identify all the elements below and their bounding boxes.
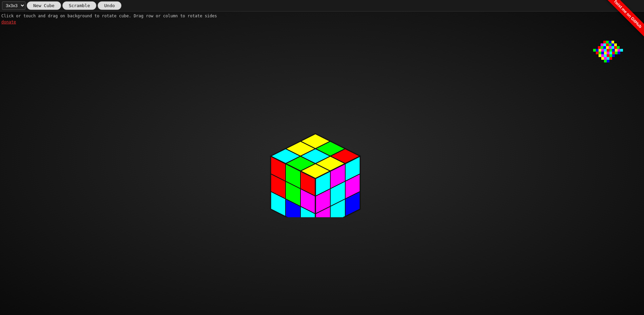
- donate-link[interactable]: donate: [0, 19, 644, 25]
- svg-rect-29: [596, 52, 599, 54]
- svg-rect-0: [603, 41, 606, 43]
- new-cube-button[interactable]: New Cube: [27, 1, 61, 10]
- svg-rect-1: [606, 41, 609, 43]
- svg-rect-13: [606, 46, 609, 49]
- svg-rect-34: [609, 52, 612, 54]
- svg-rect-49: [607, 60, 609, 62]
- undo-button[interactable]: Undo: [98, 1, 121, 10]
- svg-rect-8: [611, 43, 614, 46]
- svg-rect-17: [617, 46, 620, 49]
- svg-rect-5: [603, 43, 606, 46]
- svg-rect-30: [599, 52, 601, 54]
- svg-rect-32: [604, 52, 607, 54]
- svg-rect-46: [607, 57, 609, 60]
- svg-rect-43: [612, 54, 615, 57]
- svg-rect-42: [609, 54, 612, 57]
- svg-rect-9: [614, 43, 617, 46]
- svg-rect-36: [615, 52, 618, 54]
- svg-rect-35: [612, 52, 615, 54]
- svg-rect-25: [612, 49, 615, 52]
- svg-rect-11: [601, 46, 603, 49]
- svg-rect-20: [599, 49, 601, 52]
- svg-rect-33: [607, 52, 609, 54]
- svg-rect-28: [620, 49, 623, 52]
- toolbar: 2x2x23x3x34x4x45x5x5 New Cube Scramble U…: [0, 0, 644, 12]
- svg-rect-3: [611, 41, 614, 43]
- svg-rect-24: [609, 49, 612, 52]
- pixel-logo: [593, 41, 624, 72]
- svg-rect-19: [596, 49, 599, 52]
- svg-rect-12: [603, 46, 606, 49]
- svg-rect-41: [607, 54, 609, 57]
- svg-rect-31: [601, 52, 604, 54]
- svg-rect-44: [601, 57, 604, 60]
- svg-rect-27: [618, 49, 620, 52]
- svg-rect-39: [601, 54, 604, 57]
- svg-rect-18: [593, 49, 596, 52]
- rubiks-cube[interactable]: [268, 109, 376, 217]
- svg-rect-4: [601, 43, 603, 46]
- svg-rect-7: [609, 43, 611, 46]
- svg-rect-15: [611, 46, 614, 49]
- instructions-text: Click or touch and drag on background to…: [0, 12, 644, 19]
- svg-rect-37: [618, 52, 620, 54]
- svg-rect-22: [604, 49, 607, 52]
- svg-rect-10: [598, 46, 601, 49]
- svg-rect-40: [604, 54, 607, 57]
- svg-rect-14: [609, 46, 611, 49]
- svg-rect-26: [615, 49, 618, 52]
- svg-rect-23: [607, 49, 609, 52]
- svg-rect-45: [604, 57, 607, 60]
- cube-size-select[interactable]: 2x2x23x3x34x4x45x5x5: [2, 1, 25, 10]
- svg-rect-21: [601, 49, 604, 52]
- svg-rect-6: [606, 43, 609, 46]
- svg-rect-2: [609, 41, 611, 43]
- svg-rect-47: [609, 57, 612, 60]
- scramble-button[interactable]: Scramble: [62, 1, 97, 10]
- svg-rect-38: [599, 54, 601, 57]
- svg-rect-16: [614, 46, 617, 49]
- svg-rect-48: [604, 60, 607, 62]
